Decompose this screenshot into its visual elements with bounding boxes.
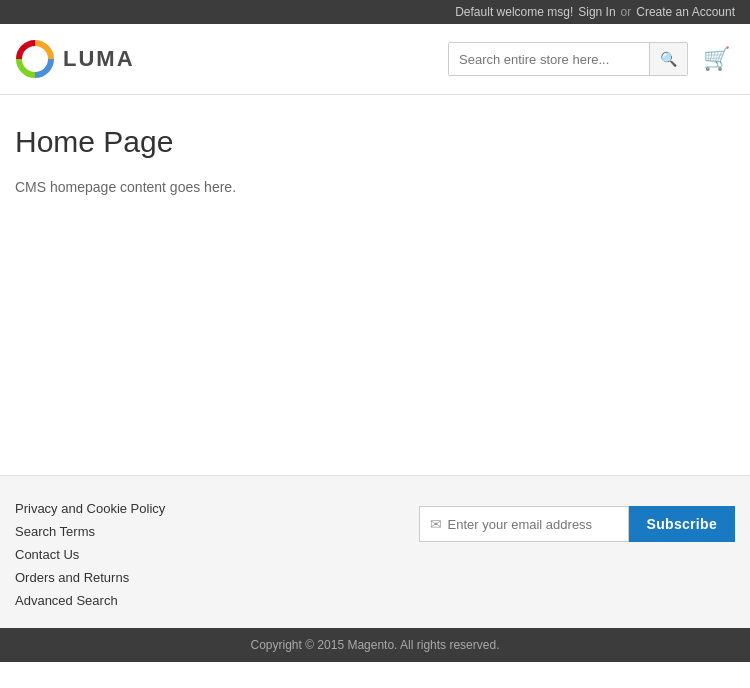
header-right: 🔍 🛒 bbox=[448, 41, 735, 77]
search-input[interactable] bbox=[449, 43, 649, 75]
separator: or bbox=[621, 5, 632, 19]
newsletter-area: ✉ Subscribe bbox=[419, 501, 735, 542]
cart-button[interactable]: 🛒 bbox=[698, 41, 735, 77]
footer-link-privacy-policy[interactable]: Privacy and Cookie Policy bbox=[15, 501, 165, 516]
copyright-bar: Copyright © 2015 Magento. All rights res… bbox=[0, 628, 750, 662]
newsletter-email-input[interactable] bbox=[448, 517, 618, 532]
footer-links: Privacy and Cookie PolicySearch TermsCon… bbox=[15, 501, 165, 608]
mail-icon: ✉ bbox=[430, 516, 442, 532]
create-account-link[interactable]: Create an Account bbox=[636, 5, 735, 19]
logo-text: LUMA bbox=[63, 46, 135, 72]
page-body: CMS homepage content goes here. bbox=[15, 179, 735, 195]
sign-in-link[interactable]: Sign In bbox=[578, 5, 615, 19]
footer-link-advanced-search[interactable]: Advanced Search bbox=[15, 593, 165, 608]
footer: Privacy and Cookie PolicySearch TermsCon… bbox=[0, 475, 750, 628]
luma-logo-icon bbox=[15, 39, 55, 79]
search-box: 🔍 bbox=[448, 42, 688, 76]
page-title: Home Page bbox=[15, 125, 735, 159]
cart-icon: 🛒 bbox=[703, 46, 730, 71]
search-button[interactable]: 🔍 bbox=[649, 43, 687, 75]
main-content: Home Page CMS homepage content goes here… bbox=[0, 95, 750, 475]
newsletter-input-wrap: ✉ bbox=[419, 506, 629, 542]
top-bar: Default welcome msg! Sign In or Create a… bbox=[0, 0, 750, 24]
subscribe-button[interactable]: Subscribe bbox=[629, 506, 735, 542]
header: LUMA 🔍 🛒 bbox=[0, 24, 750, 95]
search-icon: 🔍 bbox=[660, 51, 677, 67]
footer-link-orders-returns[interactable]: Orders and Returns bbox=[15, 570, 165, 585]
footer-link-contact-us[interactable]: Contact Us bbox=[15, 547, 165, 562]
footer-link-search-terms[interactable]: Search Terms bbox=[15, 524, 165, 539]
copyright-text: Copyright © 2015 Magento. All rights res… bbox=[251, 638, 500, 652]
logo-area: LUMA bbox=[15, 39, 135, 79]
welcome-message: Default welcome msg! bbox=[455, 5, 573, 19]
